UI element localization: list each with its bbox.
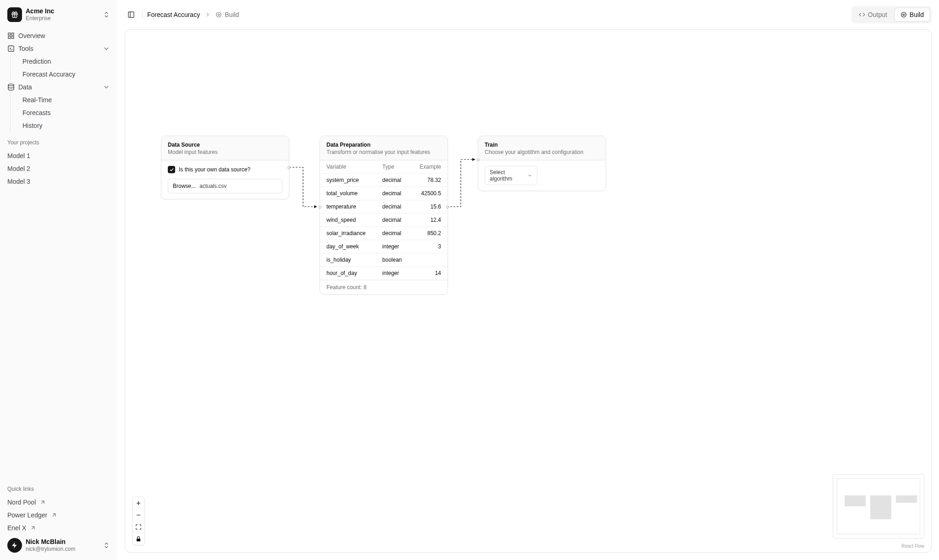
- chevron-down-icon: [103, 45, 110, 52]
- table-row: wind_speeddecimal12.4: [320, 214, 447, 227]
- output-handle[interactable]: [287, 166, 290, 169]
- flow-canvas[interactable]: Data Source Model input features Is this…: [125, 29, 932, 553]
- toggle-sidebar-button[interactable]: [125, 8, 138, 21]
- panel-left-icon: [127, 11, 135, 18]
- nav-label: Data: [18, 83, 32, 91]
- nav-tools-forecast-accuracy[interactable]: Forecast Accuracy: [18, 68, 114, 81]
- sidebar: Acme Inc Enterprise Overview Tools Predi…: [0, 0, 117, 560]
- cog-icon: [900, 11, 907, 18]
- table-row: hour_of_dayinteger14: [320, 267, 447, 280]
- maximize-icon: [135, 524, 142, 530]
- database-icon: [7, 83, 15, 91]
- tab-build[interactable]: Build: [895, 8, 930, 22]
- terminal-icon: [7, 45, 15, 52]
- features-table: Variable Type Example system_pricedecima…: [320, 160, 447, 280]
- nav-tools[interactable]: Tools: [4, 42, 114, 55]
- node-subtitle: Transform or normalise your input featur…: [326, 149, 441, 155]
- nav-data-history[interactable]: History: [18, 119, 114, 132]
- quick-link-powerledger[interactable]: Power Ledger: [4, 509, 114, 522]
- checkbox-label: Is this your own data source?: [179, 166, 250, 173]
- svg-rect-2: [11, 33, 14, 35]
- chevron-right-icon: [204, 11, 211, 18]
- org-switcher[interactable]: Acme Inc Enterprise: [4, 4, 114, 26]
- check-icon: [169, 167, 174, 172]
- svg-point-6: [8, 84, 14, 86]
- nav-overview[interactable]: Overview: [4, 29, 114, 42]
- nav-label: Tools: [18, 45, 33, 52]
- chevrons-up-down-icon: [103, 11, 110, 18]
- lock-icon: [135, 536, 142, 542]
- view-toggle: Output Build: [851, 6, 932, 23]
- zoom-in-button[interactable]: [133, 497, 144, 509]
- table-row: day_of_weekinteger3: [320, 240, 447, 253]
- external-link-icon: [51, 512, 57, 518]
- svg-rect-12: [137, 538, 140, 541]
- chevron-down-icon: [527, 173, 532, 178]
- external-link-icon: [30, 525, 36, 531]
- cog-icon: [215, 11, 222, 18]
- dashboard-icon: [7, 32, 15, 39]
- node-title: Train: [485, 142, 599, 148]
- canvas-controls: [132, 497, 145, 545]
- minus-icon: [135, 512, 142, 518]
- zoom-out-button[interactable]: [133, 509, 144, 521]
- fit-view-button[interactable]: [133, 521, 144, 533]
- projects-label: Your projects: [4, 136, 114, 149]
- table-row: total_volumedecimal42500.5: [320, 187, 447, 200]
- feature-count: Feature count: 8: [320, 280, 447, 294]
- avatar: [7, 538, 22, 553]
- svg-rect-1: [8, 33, 11, 35]
- org-logo: [7, 7, 22, 22]
- node-title: Data Source: [168, 142, 282, 148]
- breadcrumb: Forecast Accuracy Build: [147, 11, 239, 18]
- node-data-preparation[interactable]: Data Preparation Transform or normalise …: [320, 136, 448, 295]
- org-tier: Enterprise: [26, 15, 99, 22]
- user-menu[interactable]: Nick McBlain nick@trylumion.com: [4, 534, 114, 556]
- svg-point-10: [903, 14, 905, 16]
- project-item[interactable]: Model 3: [4, 175, 114, 188]
- algorithm-select[interactable]: Select algorithm: [485, 166, 537, 185]
- node-data-source[interactable]: Data Source Model input features Is this…: [161, 136, 289, 199]
- input-handle[interactable]: [319, 206, 321, 209]
- input-handle[interactable]: [477, 159, 480, 161]
- nav-data[interactable]: Data: [4, 81, 114, 93]
- nav-tools-prediction[interactable]: Prediction: [18, 55, 114, 68]
- quick-links-label: Quick links: [4, 482, 114, 496]
- project-item[interactable]: Model 2: [4, 162, 114, 175]
- user-email: nick@trylumion.com: [26, 546, 99, 552]
- lock-button[interactable]: [133, 533, 144, 545]
- code-icon: [859, 11, 865, 18]
- svg-point-8: [218, 14, 220, 16]
- own-source-checkbox[interactable]: [168, 166, 175, 173]
- table-row: temperaturedecimal15.6: [320, 200, 447, 214]
- file-input[interactable]: Browse... actuals.csv: [168, 179, 282, 193]
- output-handle[interactable]: [446, 206, 449, 209]
- chevron-down-icon: [103, 83, 110, 91]
- breadcrumb-root[interactable]: Forecast Accuracy: [147, 11, 200, 18]
- main: Forecast Accuracy Build Output Build: [117, 0, 939, 560]
- node-subtitle: Model input features: [168, 149, 282, 155]
- breadcrumb-current: Build: [215, 11, 239, 18]
- nav-label: Overview: [18, 32, 45, 39]
- user-name: Nick McBlain: [26, 538, 99, 546]
- table-row: system_pricedecimal78.32: [320, 174, 447, 187]
- nav-data-forecasts[interactable]: Forecasts: [18, 106, 114, 119]
- tab-output[interactable]: Output: [853, 8, 893, 22]
- minimap[interactable]: [833, 474, 924, 538]
- quick-link-nordpool[interactable]: Nord Pool: [4, 496, 114, 509]
- node-train[interactable]: Train Choose your algotithm and configur…: [478, 136, 606, 191]
- org-name: Acme Inc: [26, 7, 99, 15]
- divider: [142, 11, 143, 18]
- browse-button[interactable]: Browse...: [173, 183, 196, 189]
- project-item[interactable]: Model 1: [4, 149, 114, 162]
- plus-icon: [135, 500, 142, 506]
- topbar: Forecast Accuracy Build Output Build: [117, 0, 939, 29]
- file-name: actuals.csv: [199, 183, 226, 189]
- svg-rect-3: [11, 36, 14, 38]
- svg-rect-4: [8, 36, 11, 38]
- quick-link-enelx[interactable]: Enel X: [4, 522, 114, 534]
- node-subtitle: Choose your algotithm and configuration: [485, 149, 599, 155]
- nav-data-realtime[interactable]: Real-Time: [18, 93, 114, 106]
- table-row: solar_irradiancedecimal850.2: [320, 227, 447, 240]
- svg-point-9: [216, 12, 221, 17]
